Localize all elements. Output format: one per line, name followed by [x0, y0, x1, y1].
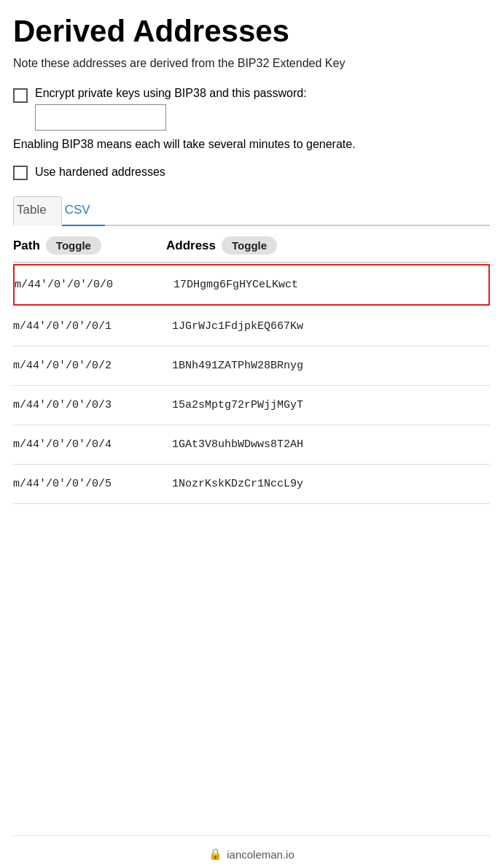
- cell-address: 17DHgmg6FgHYCeLKwct: [168, 266, 488, 304]
- password-input[interactable]: [35, 104, 166, 131]
- cell-address: 1NozrKskKDzCr1NccL9y: [166, 465, 490, 503]
- bip38-left: Encrypt private keys using BIP38 and thi…: [13, 87, 307, 131]
- tab-csv[interactable]: CSV: [62, 197, 105, 226]
- cell-address: 1JGrWJc1FdjpkEQ667Kw: [166, 307, 490, 346]
- bip38-label: Encrypt private keys using BIP38 and thi…: [35, 87, 307, 100]
- tabs-container: Table CSV: [13, 196, 490, 226]
- footer-domain: iancoleman.io: [227, 848, 295, 861]
- table-header: Path Toggle Address Toggle: [13, 226, 490, 263]
- cell-address: 1GAt3V8uhbWDwws8T2AH: [166, 425, 490, 464]
- table-row[interactable]: m/44'/0'/0'/0/1 1JGrWJc1FdjpkEQ667Kw: [13, 307, 490, 346]
- path-header-label: Path: [13, 239, 40, 253]
- path-toggle-button[interactable]: Toggle: [46, 236, 101, 255]
- cell-path: m/44'/0'/0'/0/1: [13, 307, 166, 346]
- table-row[interactable]: m/44'/0'/0'/0/4 1GAt3V8uhbWDwws8T2AH: [13, 425, 490, 465]
- cell-address: 1BNh491ZATPhW28BRnyg: [166, 346, 490, 385]
- password-block: Encrypt private keys using BIP38 and thi…: [35, 87, 307, 131]
- col-path-header: Path Toggle: [13, 236, 166, 255]
- cell-path: m/44'/0'/0'/0/0: [15, 266, 168, 304]
- table-row[interactable]: m/44'/0'/0'/0/2 1BNh491ZATPhW28BRnyg: [13, 346, 490, 386]
- address-header-label: Address: [166, 239, 216, 253]
- cell-path: m/44'/0'/0'/0/4: [13, 425, 166, 464]
- bip38-description: Enabling BIP38 means each will take seve…: [13, 136, 490, 152]
- cell-path: m/44'/0'/0'/0/5: [13, 465, 166, 503]
- hardened-row: Use hardened addresses: [13, 164, 490, 180]
- col-address-header: Address Toggle: [166, 236, 490, 255]
- hardened-checkbox[interactable]: [13, 166, 28, 180]
- address-toggle-button[interactable]: Toggle: [222, 236, 277, 255]
- table-row[interactable]: m/44'/0'/0'/0/0 17DHgmg6FgHYCeLKwct: [13, 264, 490, 306]
- lock-icon: 🔒: [208, 848, 222, 861]
- cell-path: m/44'/0'/0'/0/3: [13, 386, 166, 425]
- footer: 🔒 iancoleman.io: [13, 835, 490, 868]
- tab-table[interactable]: Table: [13, 196, 62, 226]
- page-title: Derived Addresses: [13, 15, 490, 48]
- page-subtitle: Note these addresses are derived from th…: [13, 55, 490, 71]
- cell-path: m/44'/0'/0'/0/2: [13, 346, 166, 385]
- page-container: Derived Addresses Note these addresses a…: [0, 0, 503, 868]
- table-row[interactable]: m/44'/0'/0'/0/5 1NozrKskKDzCr1NccL9y: [13, 465, 490, 504]
- cell-address: 15a2sMptg72rPWjjMGyT: [166, 386, 490, 425]
- hardened-label: Use hardened addresses: [35, 164, 165, 180]
- bip38-checkbox[interactable]: [13, 88, 28, 103]
- table-row[interactable]: m/44'/0'/0'/0/3 15a2sMptg72rPWjjMGyT: [13, 386, 490, 425]
- bip38-option-row: Encrypt private keys using BIP38 and thi…: [13, 87, 490, 131]
- table-body: m/44'/0'/0'/0/0 17DHgmg6FgHYCeLKwct m/44…: [13, 263, 490, 504]
